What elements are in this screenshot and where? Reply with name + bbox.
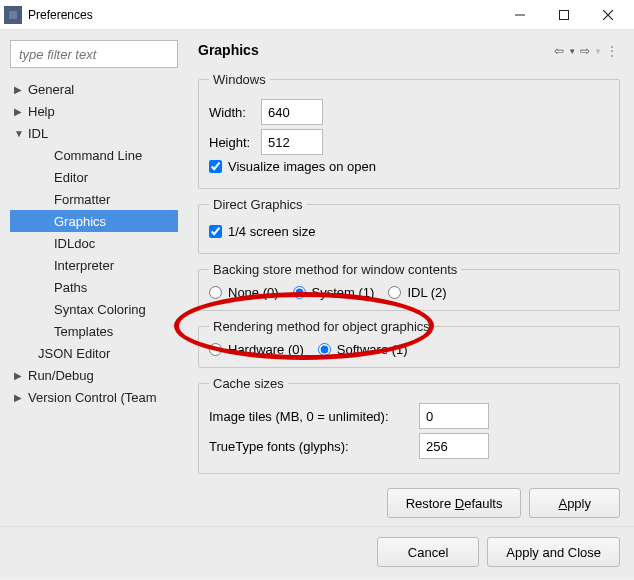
tree-rundebug[interactable]: ▶Run/Debug [10, 364, 178, 386]
windows-group: Windows Width: Height: Visualize images … [198, 72, 620, 189]
restore-defaults-button[interactable]: Restore Defaults [387, 488, 522, 518]
quarter-checkbox[interactable] [209, 225, 222, 238]
direct-legend: Direct Graphics [209, 197, 307, 212]
back-menu-icon[interactable]: ▼ [568, 47, 576, 56]
rendering-hardware[interactable]: Hardware (0) [209, 342, 304, 357]
back-icon[interactable]: ⇦ [554, 44, 564, 58]
tree-graphics[interactable]: Graphics [10, 210, 178, 232]
rendering-group: Rendering method for object graphics Har… [198, 319, 620, 368]
sidebar: ▶General ▶Help ▼IDL Command Line Editor … [0, 30, 186, 526]
cache-group: Cache sizes Image tiles (MB, 0 = unlimit… [198, 376, 620, 474]
tree-formatter[interactable]: Formatter [10, 188, 178, 210]
cache-legend: Cache sizes [209, 376, 288, 391]
tree-json-editor[interactable]: JSON Editor [10, 342, 178, 364]
tree-idl[interactable]: ▼IDL [10, 122, 178, 144]
tree-command-line[interactable]: Command Line [10, 144, 178, 166]
visualize-label: Visualize images on open [228, 159, 376, 174]
minimize-button[interactable] [498, 0, 542, 30]
menu-icon[interactable]: ⋮ [606, 44, 618, 58]
filter-input[interactable] [10, 40, 178, 68]
backing-none[interactable]: None (0) [209, 285, 279, 300]
backing-store-group: Backing store method for window contents… [198, 262, 620, 311]
svg-rect-2 [560, 10, 569, 19]
main-panel: Graphics ⇦ ▼ ⇨ ▼ ⋮ Windows Width: Height… [186, 30, 634, 526]
backing-legend: Backing store method for window contents [209, 262, 461, 277]
maximize-button[interactable] [542, 0, 586, 30]
fonts-input[interactable] [419, 433, 489, 459]
tree-syntax[interactable]: Syntax Coloring [10, 298, 178, 320]
window-title: Preferences [28, 8, 498, 22]
tiles-input[interactable] [419, 403, 489, 429]
tree-paths[interactable]: Paths [10, 276, 178, 298]
tree-editor[interactable]: Editor [10, 166, 178, 188]
apply-button[interactable]: Apply [529, 488, 620, 518]
height-input[interactable] [261, 129, 323, 155]
backing-system[interactable]: System (1) [293, 285, 375, 300]
quarter-label: 1/4 screen size [228, 224, 315, 239]
forward-icon[interactable]: ⇨ [580, 44, 590, 58]
forward-menu-icon[interactable]: ▼ [594, 47, 602, 56]
app-icon [4, 6, 22, 24]
close-button[interactable] [586, 0, 630, 30]
tree-version-control[interactable]: ▶Version Control (Team [10, 386, 178, 408]
direct-graphics-group: Direct Graphics 1/4 screen size [198, 197, 620, 254]
preferences-tree: ▶General ▶Help ▼IDL Command Line Editor … [10, 78, 178, 408]
fonts-label: TrueType fonts (glyphs): [209, 439, 419, 454]
tree-templates[interactable]: Templates [10, 320, 178, 342]
cancel-button[interactable]: Cancel [377, 537, 479, 567]
dialog-buttons: Cancel Apply and Close [0, 526, 634, 577]
tiles-label: Image tiles (MB, 0 = unlimited): [209, 409, 419, 424]
rendering-software[interactable]: Software (1) [318, 342, 408, 357]
tree-idldoc[interactable]: IDLdoc [10, 232, 178, 254]
backing-idl[interactable]: IDL (2) [388, 285, 446, 300]
tree-help[interactable]: ▶Help [10, 100, 178, 122]
height-label: Height: [209, 135, 261, 150]
tree-interpreter[interactable]: Interpreter [10, 254, 178, 276]
page-toolbar: ⇦ ▼ ⇨ ▼ ⋮ [554, 44, 618, 58]
apply-close-button[interactable]: Apply and Close [487, 537, 620, 567]
windows-legend: Windows [209, 72, 270, 87]
visualize-checkbox[interactable] [209, 160, 222, 173]
width-label: Width: [209, 105, 261, 120]
rendering-legend: Rendering method for object graphics [209, 319, 434, 334]
tree-general[interactable]: ▶General [10, 78, 178, 100]
titlebar: Preferences [0, 0, 634, 30]
width-input[interactable] [261, 99, 323, 125]
